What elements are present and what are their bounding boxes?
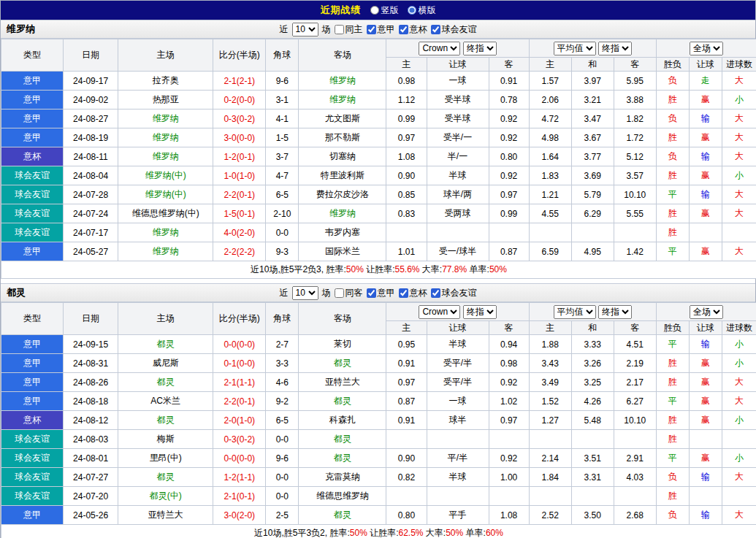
result-outcome: 平 [656,242,689,261]
result-outcome: 胜 [656,128,689,147]
score-halftime: 3-0(2-0) [213,506,266,525]
match-row: 球会友谊24-08-01里昂(中)0-0(0-0)9-6都灵0.90平/半0.9… [1,449,756,468]
league-filter-coppa[interactable]: 意杯 [399,23,427,36]
euro-home-odds [529,430,571,449]
result-outcome: 胜 [656,204,689,223]
team-section-header: 都灵 近 10 场 同客 意甲 意杯 球会友 [1,283,755,302]
result-outcome: 负 [656,147,689,166]
bookmaker-select[interactable]: Crown [419,42,460,55]
result-outcome: 胜 [656,373,689,392]
same-venue-label: 同客 [345,287,363,299]
euro-home-odds: 1.88 [529,335,571,354]
same-venue-option[interactable]: 同主 [335,23,363,36]
league-filter-friendly[interactable]: 球会友谊 [431,23,477,36]
euro-draw-odds: 3.21 [571,91,614,109]
euro-away-odds: 4.03 [614,468,656,487]
score-halftime: 2-2(0-1) [213,392,266,411]
home-team: 维罗纳(中) [118,185,213,204]
subcol-eu-draw: 和 [571,321,614,335]
subcol-eu-draw: 和 [571,58,614,72]
home-team: 维罗纳 [118,109,213,128]
euro-draw-odds: 3.31 [571,468,614,487]
same-venue-checkbox[interactable] [335,288,344,298]
match-date: 24-08-12 [64,411,118,430]
league-filter-coppa[interactable]: 意杯 [399,287,427,299]
team-section-header: 维罗纳 近 10 场 同主 意甲 意杯 球会 [1,20,755,39]
friendly-checkbox[interactable] [431,25,440,34]
team-section: 维罗纳 近 10 场 同主 意甲 意杯 球会 [1,20,755,279]
corner-score: 9-6 [266,72,299,91]
layout-option-vertical[interactable]: 竖版 [370,4,399,17]
league-badge: 球会友谊 [1,487,64,506]
corner-score: 6-5 [266,411,299,430]
euro-home-odds: 6.59 [529,242,571,261]
score-halftime: 0-2(0-0) [213,91,266,109]
euro-home-odds: 1.21 [529,185,571,204]
result-handicap: 赢 [689,411,722,430]
league-filter-friendly[interactable]: 球会友谊 [431,287,477,299]
layout-option-horizontal[interactable]: 横版 [408,4,436,17]
subcol-ah-home: 主 [386,321,427,335]
vertical-layout-radio[interactable] [370,6,379,15]
ah-away-odds: 0.99 [489,204,529,223]
league-filter-seriea[interactable]: 意甲 [367,23,395,36]
match-date: 24-08-27 [64,109,118,128]
seriea-checkbox[interactable] [367,25,376,34]
bookmaker-select[interactable]: Crown [419,305,460,319]
ah-home-odds: 0.85 [386,185,427,204]
summary-stat-value: 50% [446,528,463,538]
friendly-checkbox[interactable] [431,288,440,298]
match-count-select[interactable]: 10 [292,286,318,300]
match-row: 球会友谊24-07-28维罗纳(中)2-2(0-1)6-5费拉尔皮沙洛0.85球… [1,185,756,204]
seriea-checkbox[interactable] [367,288,376,298]
ah-away-odds: 0.97 [489,185,529,204]
coppa-checkbox[interactable] [399,288,408,298]
euro-draw-odds: 4.26 [571,392,614,411]
same-venue-checkbox[interactable] [335,25,344,34]
col-header-score: 比分(半场) [213,303,266,335]
summary-stat-value: 50% [346,264,364,274]
coppa-checkbox[interactable] [399,25,408,34]
result-scope-select[interactable]: 全场 [690,42,723,55]
euro-draw-odds: 3.33 [571,335,614,354]
match-row: 意甲24-09-15都灵0-0(0-0)2-7莱切0.95半球0.941.883… [1,335,756,354]
matches-table: 类型 日期 主场 比分(半场) 角球 客场 Crown 终指 平均值 终指 [1,39,756,279]
match-count-select[interactable]: 10 [292,23,318,36]
ah-away-odds: 0.87 [489,242,529,261]
euro-source-select[interactable]: 平均值 [554,305,596,319]
league-filter-seriea[interactable]: 意甲 [367,287,395,299]
ah-odds-stage-select[interactable]: 终指 [463,42,497,55]
ah-home-odds: 0.99 [386,109,427,128]
euro-away-odds [614,223,656,242]
league-badge: 球会友谊 [1,449,64,468]
home-team: 都灵 [118,335,213,354]
league-badge: 意甲 [1,91,64,109]
result-goals [722,487,756,506]
ah-away-odds: 0.98 [489,354,529,373]
match-row: 球会友谊24-07-17维罗纳4-0(2-0)0-0韦罗内塞胜 [1,223,756,242]
subcol-eu-home: 主 [529,58,571,72]
euro-odds-group-header: 平均值 终指 [529,303,656,321]
league-badge: 球会友谊 [1,468,64,487]
filter-controls: 近 10 场 同主 意甲 意杯 球会友谊 [1,20,755,38]
col-header-date: 日期 [64,303,118,335]
result-goals: 小 [722,354,756,373]
same-venue-option[interactable]: 同客 [335,287,363,299]
result-goals: 大 [722,109,756,128]
score-halftime: 1-2(0-1) [213,147,266,166]
match-row: 意甲24-09-02热那亚0-2(0-0)3-1维罗纳1.12受半球0.782.… [1,91,756,109]
euro-source-select[interactable]: 平均值 [554,42,596,55]
euro-home-odds: 2.52 [529,506,571,525]
subcol-ah-away: 客 [489,321,529,335]
ah-odds-stage-select[interactable]: 终指 [463,305,497,319]
euro-odds-stage-select[interactable]: 终指 [598,42,632,55]
euro-draw-odds [571,487,614,506]
corner-score: 9-2 [266,392,299,411]
corner-score: 4-6 [266,373,299,392]
team-section: 都灵 近 10 场 同客 意甲 意杯 球会友 [1,283,755,538]
horizontal-layout-radio[interactable] [408,6,416,15]
euro-odds-stage-select[interactable]: 终指 [598,305,632,319]
home-team: 威尼斯 [118,354,213,373]
result-scope-select[interactable]: 全场 [690,305,723,319]
games-label: 场 [322,287,331,299]
